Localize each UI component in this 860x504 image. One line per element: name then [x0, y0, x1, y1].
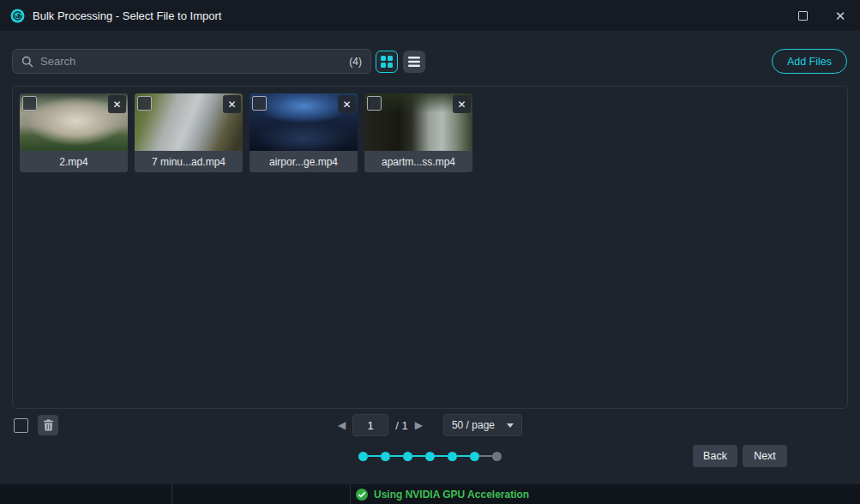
- search-box: (4): [12, 49, 371, 74]
- remove-file-button[interactable]: ✕: [223, 95, 241, 113]
- close-icon: ✕: [835, 9, 846, 22]
- window-title: Bulk Processing - Select File to Import: [33, 9, 221, 22]
- grid-view-icon: [381, 56, 393, 68]
- file-name: 2.mp4: [20, 151, 128, 172]
- stepper-dot: [358, 452, 368, 461]
- stepper-segment: [479, 455, 492, 457]
- file-list-panel: ✕ 2.mp4 ✕ 7 minu...ad.mp4 ✕: [12, 86, 848, 409]
- video-thumbnail: ✕: [250, 93, 358, 151]
- close-icon: ✕: [457, 99, 466, 110]
- titlebar: Bulk Processing - Select File to Import …: [0, 0, 860, 31]
- remove-file-button[interactable]: ✕: [338, 95, 356, 113]
- file-card[interactable]: ✕ 2.mp4: [20, 93, 128, 172]
- file-card[interactable]: ✕ 7 minu...ad.mp4: [135, 93, 243, 172]
- remove-file-button[interactable]: ✕: [108, 95, 126, 113]
- stepper-dot: [381, 452, 390, 461]
- add-files-button[interactable]: Add Files: [772, 49, 847, 74]
- check-circle-icon: [356, 489, 368, 501]
- pagination: ◀ / 1 ▶ 50 / page: [0, 414, 860, 436]
- close-icon: ✕: [112, 99, 121, 110]
- file-card-grid: ✕ 2.mp4 ✕ 7 minu...ad.mp4 ✕: [20, 93, 472, 172]
- statusbar-divider: [350, 484, 351, 504]
- stepper-dot: [470, 452, 479, 461]
- stepper-segment: [412, 455, 425, 457]
- total-pages-label: / 1: [395, 419, 407, 432]
- file-name: 7 minu...ad.mp4: [135, 151, 243, 172]
- gpu-status-text: Using NVIDIA GPU Acceleration: [374, 489, 529, 501]
- gpu-status: Using NVIDIA GPU Acceleration: [356, 484, 529, 504]
- file-checkbox[interactable]: [367, 96, 382, 111]
- stepper-dot: [425, 452, 435, 461]
- file-card[interactable]: ✕ airpor...ge.mp4: [250, 93, 358, 172]
- next-button[interactable]: Next: [743, 445, 787, 467]
- back-button[interactable]: Back: [693, 445, 737, 467]
- stepper-segment: [390, 455, 403, 457]
- video-thumbnail: ✕: [20, 93, 128, 151]
- stepper-segment: [368, 455, 381, 457]
- file-checkbox[interactable]: [252, 96, 267, 111]
- page-number-input[interactable]: [352, 414, 388, 436]
- chevron-down-icon: [507, 423, 514, 428]
- stepper-dot: [492, 452, 502, 461]
- trash-icon: [43, 419, 54, 431]
- stepper-dot: [448, 452, 457, 461]
- stepper-dot: [403, 452, 412, 461]
- file-checkbox[interactable]: [22, 96, 37, 111]
- grid-view-button[interactable]: [376, 51, 398, 73]
- file-checkbox[interactable]: [137, 96, 152, 111]
- next-page-button[interactable]: ▶: [415, 414, 423, 436]
- statusbar: Using NVIDIA GPU Acceleration: [0, 484, 860, 504]
- app-window: Bulk Processing - Select File to Import …: [0, 0, 860, 504]
- file-name: airpor...ge.mp4: [250, 151, 358, 172]
- list-view-icon: [408, 57, 420, 67]
- app-logo-icon: [10, 9, 25, 23]
- file-name: apartm...ss.mp4: [364, 151, 472, 172]
- page-size-select[interactable]: 50 / page: [443, 414, 522, 436]
- file-count-badge: (4): [349, 56, 362, 68]
- remove-file-button[interactable]: ✕: [453, 95, 471, 113]
- list-view-button[interactable]: [403, 51, 425, 73]
- page-size-value: 50 / page: [452, 419, 495, 431]
- file-card[interactable]: ✕ apartm...ss.mp4: [364, 93, 472, 172]
- prev-page-button[interactable]: ◀: [338, 414, 346, 436]
- stepper-segment: [435, 455, 448, 457]
- stepper-segment: [457, 455, 470, 457]
- search-icon: [21, 56, 33, 68]
- close-button[interactable]: ✕: [827, 3, 853, 28]
- video-thumbnail: ✕: [135, 93, 243, 151]
- statusbar-divider: [171, 484, 172, 504]
- maximize-button[interactable]: [790, 3, 815, 28]
- video-thumbnail: ✕: [364, 93, 472, 151]
- close-icon: ✕: [227, 99, 236, 110]
- maximize-icon: [798, 11, 808, 21]
- delete-selected-button[interactable]: [38, 415, 58, 435]
- close-icon: ✕: [342, 99, 351, 110]
- select-all-checkbox[interactable]: [14, 418, 28, 433]
- search-input[interactable]: [40, 55, 342, 68]
